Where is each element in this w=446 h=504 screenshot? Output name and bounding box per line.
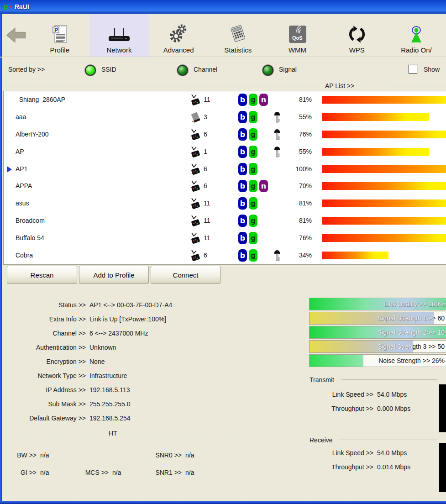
access-point-icon	[190, 94, 202, 106]
status-row-channel: Channel >>6 <--> 2437000 MHz	[4, 326, 172, 340]
sort-radio-channel[interactable]	[177, 65, 188, 76]
status-value: 6 <--> 2437000 MHz	[89, 330, 148, 337]
ap-channel: 11	[204, 212, 210, 230]
ap-signal-percent: 81%	[284, 91, 312, 109]
tab-profile[interactable]: P Profile	[30, 14, 89, 57]
80211g-badge-icon: g	[249, 232, 257, 244]
ht-separator	[8, 433, 106, 434]
ap-ssid: Buffalo 54	[16, 230, 44, 247]
status-value: Infrastructure	[89, 372, 127, 379]
ap-list-title: AP List >>	[325, 82, 354, 89]
sorted-by-label: Sorted by >>	[8, 66, 45, 73]
80211g-badge-icon: g	[249, 128, 257, 141]
field-value: 54.0 Mbps	[377, 391, 407, 398]
80211g-badge-icon: g	[249, 94, 257, 106]
ap-list-row-asus[interactable]: asus 11 bg 81%	[4, 195, 446, 212]
access-point-icon	[190, 249, 202, 262]
field-label: Throughput >>	[310, 463, 373, 471]
ap-channel: 3	[204, 109, 207, 126]
ap-list-row-alberty-200[interactable]: AlbertY-200 6 bg 76%	[4, 126, 446, 143]
connect-button[interactable]: Connect	[151, 266, 220, 284]
80211b-badge-icon: b	[238, 163, 247, 175]
tab-radio-on-off[interactable]: Radio On/	[387, 14, 446, 57]
ap-channel: 6	[204, 247, 207, 264]
bar-label: Link Quality >> 100%	[310, 298, 445, 310]
tab-advanced[interactable]: Advanced	[149, 14, 208, 57]
access-point-icon	[190, 180, 202, 193]
sort-radio-channel-label[interactable]: Channel	[194, 66, 217, 73]
sort-radio-ssid[interactable]	[85, 65, 96, 76]
add-to-profile-button[interactable]: Add to Profile	[79, 266, 149, 284]
80211b-badge-icon: b	[238, 128, 247, 141]
ap-signal-percent: 55%	[284, 143, 312, 161]
ap-ssid: Cobra	[16, 247, 33, 264]
status-value: 192.168.5.113	[89, 386, 130, 394]
tab-profile-label: Profile	[50, 46, 69, 54]
ap-signal-percent: 55%	[284, 109, 312, 126]
transmit-throughput-gauge	[439, 384, 446, 432]
raui-window: R RaUI P	[0, 0, 446, 504]
bar-label: Signal Strength 1 >> 60	[310, 312, 434, 324]
tab-statistics[interactable]: Statistics	[208, 14, 268, 57]
bar-label: Signal Strength 3 >> 50	[310, 341, 413, 352]
ap-signal-percent: 100%	[284, 161, 312, 178]
ap-modes: bgn	[238, 94, 268, 106]
selected-ap-arrow-icon	[7, 166, 12, 173]
bar-label: Noise Strength >> 26%	[310, 355, 363, 367]
show-dbm-label: Show	[424, 66, 440, 73]
ap-signal-bar	[322, 200, 446, 207]
sort-radio-ssid-label[interactable]: SSID	[101, 66, 116, 73]
ap-signal-percent: 81%	[284, 212, 312, 230]
status-row-sub-mask: Sub Mask >>255.255.255.0	[4, 397, 172, 411]
ht-field-mcs: MCS >>n/a	[68, 469, 121, 476]
ap-list: _Shiang_2860AP 11 bgn 81% aaa	[3, 91, 446, 265]
ap-ssid: aaa	[16, 109, 26, 126]
ap-channel: 6	[204, 178, 207, 195]
transmit-fields: Link Speed >>54.0 MbpsThroughput >>0.000…	[310, 387, 410, 415]
tab-wmm-label: WMM	[289, 46, 306, 54]
receive-separator	[338, 440, 437, 441]
rescan-button[interactable]: Rescan	[7, 266, 77, 284]
ap-signal-percent: 81%	[284, 195, 312, 212]
80211g-badge-icon: g	[249, 111, 257, 123]
tab-statistics-label: Statistics	[224, 46, 252, 54]
ap-channel: 6	[204, 126, 207, 143]
tab-wps[interactable]: WPS	[327, 14, 387, 57]
ap-list-row-aaa[interactable]: aaa 3 bg 55%	[4, 109, 446, 126]
receive-throughput: Throughput >>0.014 Mbps	[310, 460, 410, 474]
signal-strength-1-bar: Signal Strength 1 >> 60Signal Strength 1…	[309, 312, 446, 325]
back-button[interactable]	[2, 14, 30, 57]
status-label: Channel >>	[4, 330, 86, 337]
ap-ssid: AP	[16, 143, 24, 161]
field-label: Throughput >>	[310, 405, 373, 412]
ap-list-separator	[6, 86, 320, 87]
tab-advanced-label: Advanced	[163, 46, 194, 54]
ap-list-row-buffalo-54[interactable]: Buffalo 54 11 bg 76%	[4, 230, 446, 247]
ap-list-row-ap[interactable]: AP 1 bg 55%	[4, 143, 446, 161]
80211b-badge-icon: b	[238, 215, 247, 227]
status-value: 192.168.5.254	[89, 415, 131, 422]
ap-modes: bg	[238, 232, 257, 244]
80211g-badge-icon: g	[249, 249, 257, 262]
ap-list-row-appa[interactable]: APPA 6 bgn 70%	[4, 178, 446, 195]
show-dbm-checkbox[interactable]	[409, 65, 417, 74]
ap-ssid: _Shiang_2860AP	[16, 91, 65, 109]
status-label: Encryption >>	[4, 358, 86, 365]
ap-list-row-ap1[interactable]: AP1 6 bg 100%	[4, 161, 446, 178]
sort-radio-signal[interactable]	[262, 65, 273, 76]
ap-signal-percent: 70%	[284, 178, 312, 195]
tab-wmm[interactable]: QoS WMM	[268, 14, 327, 57]
wmm-qos-icon: QoS	[288, 19, 308, 44]
ap-list-row-broadcom[interactable]: Broadcom 11 bg 81%	[4, 212, 446, 230]
sort-radio-signal-label[interactable]: Signal	[279, 66, 297, 73]
ap-list-row-shiang-2860ap[interactable]: _Shiang_2860AP 11 bgn 81%	[4, 91, 446, 109]
ht-section-label: HT	[109, 430, 117, 437]
tab-network[interactable]: Network	[89, 14, 149, 57]
tab-radio-label: Radio On/	[401, 46, 432, 54]
80211g-badge-icon: g	[249, 197, 257, 210]
ap-signal-bar	[322, 234, 446, 242]
ap-list-row-cobra[interactable]: Cobra 6 bg 34%	[4, 247, 446, 264]
80211b-badge-icon: b	[238, 94, 247, 106]
status-row-authentication: Authentication >>Unknown	[4, 340, 172, 354]
link-quality-bar: Link Quality >> 100%Link Quality >> 100%	[309, 298, 446, 310]
